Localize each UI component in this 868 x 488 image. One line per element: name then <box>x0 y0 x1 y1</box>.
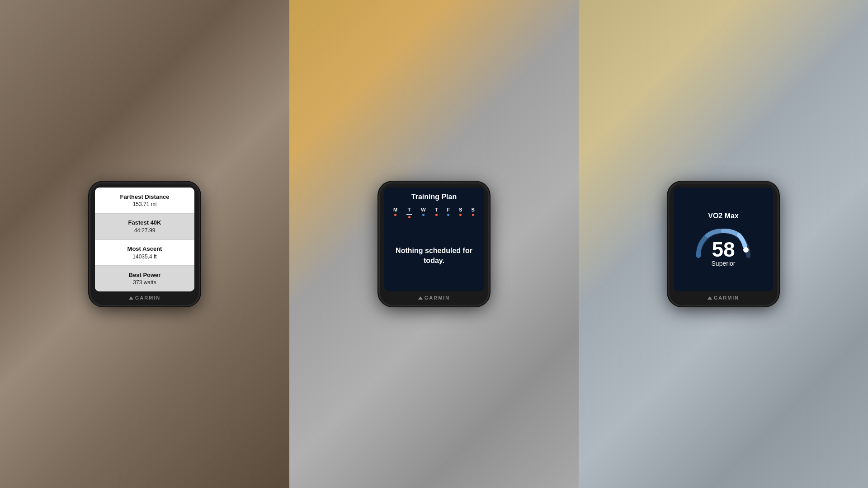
screen-2: Training Plan M T W <box>384 188 484 291</box>
day-dot-s2 <box>472 214 474 216</box>
day-label-w: W <box>421 207 425 212</box>
garmin-triangle-icon-3 <box>708 296 712 300</box>
device-1: Farthest Distance 153.71 mi Fastest 40K … <box>90 183 199 305</box>
device-body-3: VO2 Max 58 Superior <box>669 183 778 305</box>
panel-2: Training Plan M T W <box>289 0 579 488</box>
day-label-s1: S <box>459 207 462 212</box>
garmin-text-2: GARMIN <box>425 295 450 300</box>
day-label-s2: S <box>472 207 475 212</box>
svg-point-0 <box>743 247 749 253</box>
day-friday: F <box>447 207 450 218</box>
stat-row-4: Best Power 373 watts <box>95 266 194 291</box>
day-monday: M <box>393 207 397 218</box>
training-plan-header: Training Plan <box>384 188 484 204</box>
device-body-2: Training Plan M T W <box>380 183 488 305</box>
stat-value-1: 153.71 mi <box>133 201 157 207</box>
panel-1: Farthest Distance 153.71 mi Fastest 40K … <box>0 0 289 488</box>
day-saturday: S <box>459 207 462 218</box>
stat-value-4: 373 watts <box>133 279 156 286</box>
day-dot-t1 <box>408 216 410 218</box>
device-2: Training Plan M T W <box>380 183 488 305</box>
day-dot-t2 <box>435 214 438 216</box>
stat-label-1: Farthest Distance <box>120 193 169 201</box>
stat-label-3: Most Ascent <box>127 245 162 253</box>
day-tuesday: T <box>406 207 412 218</box>
day-label-t2: T <box>435 207 438 212</box>
device-body-1: Farthest Distance 153.71 mi Fastest 40K … <box>90 183 199 305</box>
garmin-triangle-icon-1 <box>129 296 133 300</box>
training-body: Nothing scheduled for today. <box>384 220 484 291</box>
stat-value-2: 44:27.99 <box>134 227 156 234</box>
day-label-f: F <box>447 207 450 212</box>
device-3: VO2 Max 58 Superior <box>669 183 778 305</box>
panel-3: VO2 Max 58 Superior <box>579 0 868 488</box>
gauge-container: 58 <box>692 222 755 258</box>
day-dot-m <box>394 214 396 216</box>
garmin-triangle-icon-2 <box>418 296 423 300</box>
vo2-title: VO2 Max <box>708 212 739 220</box>
gauge-value: 58 <box>712 239 735 260</box>
screen-1: Farthest Distance 153.71 mi Fastest 40K … <box>95 188 194 291</box>
day-wednesday: W <box>421 207 425 218</box>
garmin-logo-2: GARMIN <box>418 295 450 300</box>
day-thursday: T <box>435 207 438 218</box>
day-dot-f <box>447 214 449 216</box>
garmin-text-1: GARMIN <box>135 295 161 300</box>
day-label-t1: T <box>408 207 411 212</box>
garmin-logo-3: GARMIN <box>708 295 740 300</box>
training-message: Nothing scheduled for today. <box>389 246 479 266</box>
stat-row-2: Fastest 40K 44:27.99 <box>95 214 194 240</box>
day-sunday: S <box>472 207 475 218</box>
screen-3: VO2 Max 58 Superior <box>674 188 773 291</box>
day-dot-w <box>422 214 425 216</box>
stat-row-1: Farthest Distance 153.71 mi <box>95 188 194 214</box>
garmin-logo-1: GARMIN <box>129 295 161 300</box>
stat-label-4: Best Power <box>129 272 161 279</box>
stat-value-3: 14035.4 ft <box>132 253 156 260</box>
day-underline-t <box>406 214 412 215</box>
days-row: M T W T <box>384 204 484 220</box>
day-dot-s1 <box>459 214 462 216</box>
garmin-text-3: GARMIN <box>714 295 740 300</box>
stat-label-2: Fastest 40K <box>128 219 161 226</box>
day-label-m: M <box>393 207 397 212</box>
stat-row-3: Most Ascent 14035.4 ft <box>95 240 194 266</box>
